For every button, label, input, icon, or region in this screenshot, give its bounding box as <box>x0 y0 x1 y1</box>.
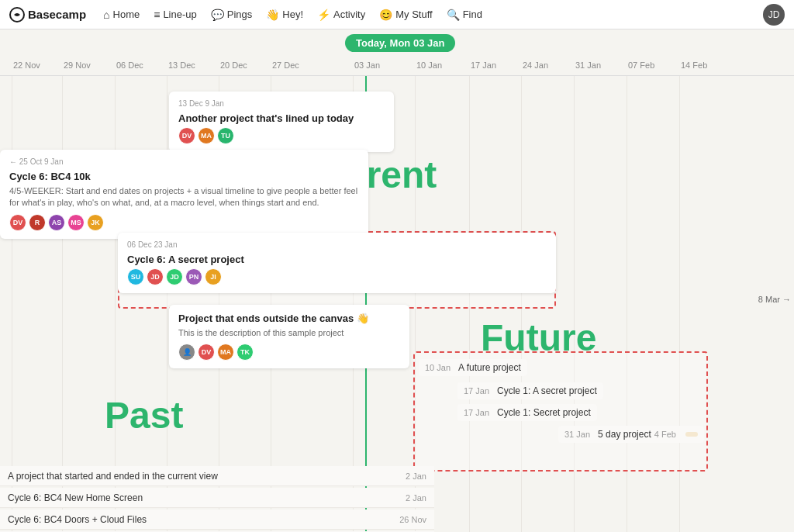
date-label: 27 Dec <box>272 60 299 70</box>
date-label: 24 Jan <box>523 60 548 70</box>
find-icon: 🔍 <box>447 9 460 21</box>
avatar: TU <box>217 127 234 144</box>
grid-line <box>12 76 12 532</box>
avatar: R <box>29 214 46 231</box>
date-label: 22 Nov <box>13 60 40 70</box>
list-item[interactable]: Cycle 6: BC4 Doors + Cloud Files26 Nov <box>0 510 434 530</box>
nav-items: ⌂Home≡Line-up💬Pings👋Hey!⚡Activity😊My Stu… <box>97 5 760 24</box>
label-past: Past <box>105 394 183 437</box>
future-item-end-date: 4 Feb <box>654 430 676 439</box>
home-icon: ⌂ <box>103 9 109 21</box>
avatar: JD <box>166 268 183 285</box>
hey-icon: 👋 <box>266 9 279 21</box>
project-title: Cycle 6: BC4 10k <box>9 171 359 182</box>
nav-item-lineup[interactable]: ≡Line-up <box>147 5 203 24</box>
logo[interactable]: Basecamp <box>9 7 86 22</box>
nav-item-mystuff[interactable]: 😊My Stuff <box>373 5 438 24</box>
project-desc: 4/5-WEEKER: Start and end dates on proje… <box>9 185 359 209</box>
avatar: JD <box>147 268 164 285</box>
date-label: 17 Jan <box>471 60 496 70</box>
avatar: SU <box>127 268 144 285</box>
project-card-secret-project[interactable]: 06 Dec 23 JanCycle 6: A secret projectSU… <box>118 233 556 293</box>
nav-item-pings[interactable]: 💬Pings <box>205 5 259 24</box>
list-item-title: Cycle 6: BC4 Doors + Cloud Files <box>8 514 147 525</box>
today-pill: Today, Mon 03 Jan <box>345 34 455 52</box>
avatar: TK <box>236 344 254 361</box>
project-date-range: 13 Dec 9 Jan <box>178 99 385 108</box>
project-title: Project that ends outside the canvas 👋 <box>178 313 400 324</box>
date-label: 10 Jan <box>416 60 442 70</box>
project-card-another-project[interactable]: 13 Dec 9 JanAnother project that's lined… <box>169 92 394 152</box>
avatar-group: SUJDJDPNJI <box>127 268 547 285</box>
project-card-bc4-10k[interactable]: ← 25 Oct 9 JanCycle 6: BC4 10k4/5-WEEKER… <box>0 150 368 239</box>
grid-line <box>115 76 116 532</box>
nav-item-hey[interactable]: 👋Hey! <box>260 5 309 24</box>
future-item-title: 5 day project <box>598 429 651 440</box>
mystuff-icon: 😊 <box>379 9 392 21</box>
pings-icon: 💬 <box>211 9 224 21</box>
avatar: MS <box>67 214 85 231</box>
right-arrow: 8 Mar → <box>755 293 794 306</box>
list-item-title: Cycle 6: BC4 New Home Screen <box>8 492 143 503</box>
nav-item-home[interactable]: ⌂Home <box>97 5 146 24</box>
date-label: 13 Dec <box>168 60 195 70</box>
date-label: 14 Feb <box>681 60 707 70</box>
future-item-title: A future project <box>458 362 521 373</box>
list-item-date: 2 Jan <box>406 472 426 481</box>
timeline: Today, Mon 03 Jan 22 Nov29 Nov06 Dec13 D… <box>0 29 794 532</box>
label-future: Future <box>481 316 596 359</box>
project-title: Another project that's lined up today <box>178 112 385 124</box>
future-item-date: 31 Jan <box>564 430 590 439</box>
user-avatar[interactable]: JD <box>763 4 785 26</box>
avatar-group: DVMATU <box>178 127 385 144</box>
list-item-date: 26 Nov <box>399 515 426 524</box>
date-header: Today, Mon 03 Jan 22 Nov29 Nov06 Dec13 D… <box>0 29 794 76</box>
avatar: DV <box>198 344 215 361</box>
date-label: 03 Jan <box>354 60 380 70</box>
project-title: Cycle 6: A secret project <box>127 254 547 265</box>
avatar-group: DVRASMSJK <box>9 214 359 231</box>
grid-line <box>62 76 63 532</box>
date-label: 29 Nov <box>64 60 91 70</box>
avatar-group: 👤DVMATK <box>178 344 400 361</box>
list-item[interactable]: A project that started and ended in the … <box>0 466 434 486</box>
activity-icon: ⚡ <box>317 9 330 21</box>
avatar: DV <box>178 127 195 144</box>
avatar: MA <box>217 344 234 361</box>
future-item-title: Cycle 1: A secret project <box>497 385 597 396</box>
future-item[interactable]: 10 JanA future project <box>419 359 527 376</box>
date-label: 06 Dec <box>116 60 143 70</box>
list-item-title: A project that started and ended in the … <box>8 471 218 482</box>
project-card-outside-canvas[interactable]: Project that ends outside the canvas 👋Th… <box>169 305 409 368</box>
project-date-range: ← 25 Oct 9 Jan <box>9 157 359 166</box>
list-item-date: 2 Jan <box>406 493 426 503</box>
future-item-title: Cycle 1: Secret project <box>497 407 591 418</box>
future-item[interactable]: 17 JanCycle 1: Secret project <box>457 404 597 421</box>
avatar: DV <box>9 214 26 231</box>
nav-item-activity[interactable]: ⚡Activity <box>311 5 371 24</box>
lineup-icon: ≡ <box>154 9 160 21</box>
avatar: AS <box>48 214 65 231</box>
date-label: 20 Dec <box>220 60 247 70</box>
list-item[interactable]: Cycle 6: BC4 New Home Screen2 Jan <box>0 488 434 508</box>
avatar: PN <box>185 268 202 285</box>
navbar: Basecamp ⌂Home≡Line-up💬Pings👋Hey!⚡Activi… <box>0 0 794 29</box>
avatar: MA <box>198 127 215 144</box>
avatar: JI <box>205 268 222 285</box>
date-label: 31 Jan <box>575 60 601 70</box>
avatar: JK <box>87 214 104 231</box>
future-item[interactable]: 17 JanCycle 1: A secret project <box>457 382 603 399</box>
project-date-range: 06 Dec 23 Jan <box>127 240 547 249</box>
future-item-date: 10 Jan <box>425 363 451 372</box>
future-item[interactable]: 31 Jan5 day project4 Feb <box>558 426 704 443</box>
avatar: 👤 <box>178 344 195 361</box>
future-item-date: 17 Jan <box>464 408 489 417</box>
nav-item-find[interactable]: 🔍Find <box>440 5 488 24</box>
project-desc: This is the description of this sample p… <box>178 327 400 339</box>
future-item-date: 17 Jan <box>464 386 489 396</box>
date-label: 07 Feb <box>628 60 654 70</box>
